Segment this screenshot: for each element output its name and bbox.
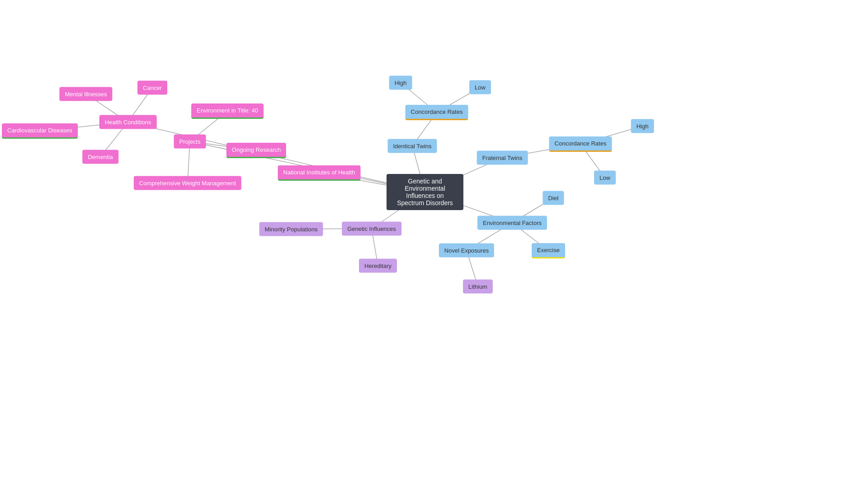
node-diet[interactable]: Diet <box>542 191 564 205</box>
node-lithium[interactable]: Lithium <box>463 280 493 294</box>
node-dementia[interactable]: Dementia <box>82 150 118 164</box>
node-mentalIllnesses[interactable]: Mental Illnesses <box>59 87 112 101</box>
node-center[interactable]: Genetic and Environmental Influences on … <box>387 174 463 210</box>
node-high1[interactable]: High <box>389 76 412 90</box>
node-concordanceRates2[interactable]: Concordance Rates <box>549 136 612 152</box>
node-projects[interactable]: Projects <box>174 135 206 149</box>
node-nih[interactable]: National Institutes of Health <box>278 165 361 181</box>
node-low2[interactable]: Low <box>594 171 616 185</box>
node-geneticInfluences[interactable]: Genetic Influences <box>342 222 401 236</box>
node-exercise[interactable]: Exercise <box>532 243 565 258</box>
node-compWeight[interactable]: Comprehensive Weight Management <box>134 176 241 190</box>
node-minorityPop[interactable]: Minority Populations <box>259 222 323 236</box>
node-fraternalTwins[interactable]: Fraternal Twins <box>477 151 528 165</box>
node-healthConditions[interactable]: Health Conditions <box>99 115 157 129</box>
node-envFactors[interactable]: Environmental Factors <box>477 216 547 230</box>
node-concordanceRates1[interactable]: Concordance Rates <box>406 105 468 120</box>
mindmap: Genetic and Environmental Influences on … <box>0 0 868 488</box>
node-ongoingResearch[interactable]: Ongoing Research <box>226 143 286 158</box>
node-hereditary[interactable]: Hereditary <box>359 259 397 273</box>
node-envTitle[interactable]: Environment in Title: 40 <box>191 103 264 119</box>
node-identicalTwins[interactable]: Identical Twins <box>387 139 437 153</box>
node-novelExposures[interactable]: Novel Exposures <box>439 244 494 258</box>
node-low1[interactable]: Low <box>469 80 491 94</box>
node-high2[interactable]: High <box>631 119 654 133</box>
node-cardiovascular[interactable]: Cardiovascular Diseases <box>2 123 78 139</box>
node-cancer[interactable]: Cancer <box>137 81 167 95</box>
